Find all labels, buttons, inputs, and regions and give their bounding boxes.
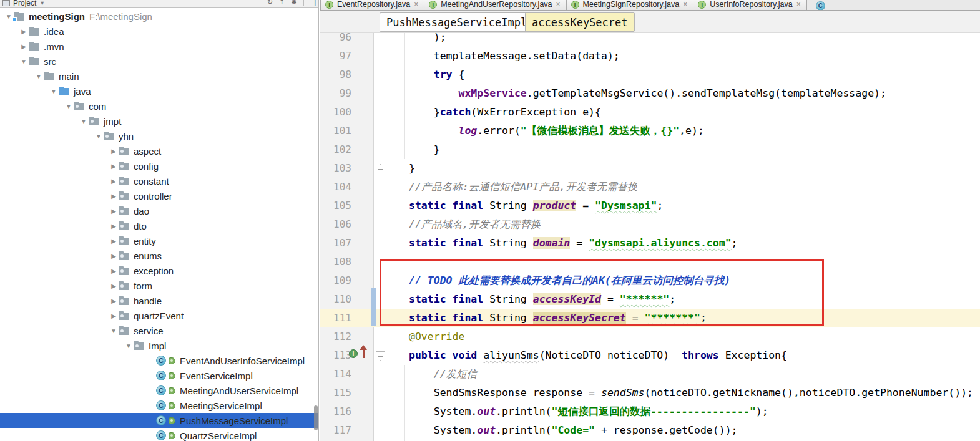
tree-item--mvn[interactable]: ▶.mvn [0, 39, 319, 54]
editor-tab-eventrepository-java[interactable]: IEventRepository.java× [320, 0, 424, 11]
chevron-right-icon[interactable]: ▶ [19, 43, 29, 50]
chevron-right-icon[interactable]: ▶ [109, 223, 119, 230]
code-line-102[interactable]: } [409, 140, 440, 159]
tree-item-eventserviceimpl[interactable]: CEventServiceImpl [0, 368, 319, 383]
dropdown-arrow-icon[interactable]: ▼ [39, 0, 45, 6]
hide-panel-icon[interactable]: ▕ [310, 0, 315, 6]
fold-marker-icon[interactable] [376, 351, 385, 361]
code-line-97[interactable]: templateMessage.setData(data); [409, 47, 620, 65]
chevron-right-icon[interactable]: ▶ [109, 298, 119, 304]
tree-item-com[interactable]: ▼com [0, 99, 319, 114]
tree-item-aspect[interactable]: ▶aspect [0, 143, 319, 158]
tree-item-service[interactable]: ▼service [0, 323, 319, 338]
tree-item-meetingserviceimpl[interactable]: CMeetingServiceImpl [0, 398, 319, 413]
code-line-107[interactable]: static final String domain = "dysmsapi.a… [409, 234, 738, 253]
chevron-down-icon[interactable]: ▼ [64, 103, 74, 110]
vcs-change-marker[interactable] [371, 288, 376, 326]
tree-item-jmpt[interactable]: ▼jmpt [0, 114, 319, 128]
project-panel-title[interactable]: Project [13, 0, 36, 7]
code-line-111[interactable]: static final String accessKeySecret = "*… [409, 309, 707, 327]
editor-tab-meetinganduserrepository-java[interactable]: IMeetingAndUserRepository.java× [424, 0, 566, 11]
tree-item-label: EventAndUserInfoServiceImpl [180, 356, 305, 366]
code-line-100[interactable]: }catch(WxErrorException e){ [409, 103, 601, 122]
tree-item-pushmessageserviceimpl[interactable]: CPushMessageServiceImpl [0, 413, 319, 428]
tree-item-label: EventServiceImpl [180, 371, 253, 381]
tree-item-dao[interactable]: ▶dao [0, 203, 319, 218]
chevron-down-icon[interactable]: ▼ [124, 342, 134, 349]
code-line-104[interactable]: //产品名称:云通信短信API产品,开发者无需替换 [409, 178, 638, 196]
fold-marker-icon[interactable] [376, 164, 385, 173]
code-line-110[interactable]: static final String accessKeyId = "*****… [409, 290, 675, 309]
tree-item-entity[interactable]: ▶entity [0, 233, 319, 248]
code-line-114[interactable]: //发短信 [409, 365, 477, 384]
chevron-down-icon[interactable]: ▼ [19, 58, 29, 65]
code-line-117[interactable]: System.out.println("Code=" + response.ge… [409, 421, 738, 440]
editor-tab-userinforepository-java[interactable]: IUserInfoRepository.java× [693, 0, 806, 11]
chevron-down-icon[interactable]: ▼ [34, 73, 44, 80]
chevron-down-icon[interactable]: ▼ [79, 118, 89, 125]
tree-item-meetinganduserserviceimpl[interactable]: CMeetingAndUserServiceImpl [0, 383, 319, 398]
tree-item-meetingsign[interactable]: ▼meetingSignF:\meetingSign [0, 9, 319, 24]
package-folder-icon [119, 281, 129, 290]
package-folder-icon [119, 177, 129, 185]
tab-close-icon[interactable]: × [683, 0, 687, 9]
search-term-box[interactable]: accessKeySecret [525, 12, 635, 32]
code-line-96[interactable]: ); [409, 28, 446, 47]
chevron-down-icon[interactable]: ▼ [49, 88, 59, 95]
tree-item--idea[interactable]: ▶.idea [0, 24, 319, 39]
chevron-right-icon[interactable]: ▶ [109, 193, 119, 200]
chevron-right-icon[interactable]: ▶ [109, 178, 119, 185]
tree-item-dto[interactable]: ▶dto [0, 218, 319, 233]
tree-item-quartzevent[interactable]: ▶quartzEvent [0, 308, 319, 323]
tree-item-enums[interactable]: ▶enums [0, 248, 319, 263]
tree-item-config[interactable]: ▶config [0, 158, 319, 173]
chevron-right-icon[interactable]: ▶ [109, 268, 119, 274]
editor-tab-bar: IEventRepository.java×IMeetingAndUserRep… [320, 0, 980, 11]
code-line-106[interactable]: //产品域名,开发者无需替换 [409, 215, 541, 234]
tree-item-controller[interactable]: ▶controller [0, 188, 319, 203]
chevron-right-icon[interactable]: ▶ [109, 208, 119, 215]
tree-item-eventanduserinfoserviceimpl[interactable]: CEventAndUserInfoServiceImpl [0, 353, 319, 368]
chevron-right-icon[interactable]: ▶ [109, 163, 119, 170]
chevron-right-icon[interactable]: ▶ [109, 148, 119, 155]
tree-item-yhn[interactable]: ▼yhn [0, 128, 319, 143]
chevron-right-icon[interactable]: ▶ [109, 313, 119, 319]
chevron-right-icon[interactable]: ▶ [19, 28, 29, 35]
class-breadcrumb-box[interactable]: PushMessageServiceImpl [380, 12, 534, 32]
collapse-all-icon[interactable]: ↥ [279, 0, 285, 6]
override-up-arrow-icon[interactable] [360, 345, 367, 359]
tree-item-quartzserviceimpl[interactable]: CQuartzServiceImpl [0, 428, 319, 441]
code-line-113[interactable]: public void aliyunSms(NoticeDTO noticeDT… [409, 346, 787, 365]
tab-close-icon[interactable]: × [414, 0, 418, 9]
tree-item-java[interactable]: ▼java [0, 84, 319, 99]
code-line-99[interactable]: wxMpService.getTemplateMsgService().send… [409, 84, 886, 103]
chevron-right-icon[interactable]: ▶ [109, 238, 119, 245]
tree-item-constant[interactable]: ▶constant [0, 173, 319, 188]
code-line-116[interactable]: System.out.println("短信接口返回的数据-----------… [409, 402, 768, 421]
tree-item-exception[interactable]: ▶exception [0, 263, 319, 278]
chevron-down-icon[interactable]: ▼ [94, 133, 104, 140]
tree-item-impl[interactable]: ▼Impl [0, 338, 319, 353]
implements-method-icon[interactable]: I [349, 349, 358, 358]
editor-tab-meetingsignrepository-java[interactable]: IMeetingSignRepository.java× [567, 0, 694, 11]
code-line-101[interactable]: log.error("【微信模板消息】发送失败，{}",e); [409, 122, 704, 140]
code-line-103[interactable]: } [409, 159, 415, 178]
chevron-down-icon[interactable]: ▼ [109, 327, 119, 334]
tree-item-src[interactable]: ▼src [0, 54, 319, 69]
tab-close-icon[interactable]: × [796, 0, 801, 9]
code-line-115[interactable]: SendSmsResponse response = sendSms(notic… [409, 384, 973, 402]
settings-gear-icon[interactable]: ✱ [291, 0, 296, 6]
tree-item-main[interactable]: ▼main [0, 69, 319, 84]
editor-area[interactable]: IEventRepository.java×IMeetingAndUserRep… [320, 0, 980, 441]
tree-item-handle[interactable]: ▶handle [0, 293, 319, 308]
tree-item-form[interactable]: ▶form [0, 278, 319, 293]
chevron-right-icon[interactable]: ▶ [109, 253, 119, 259]
chevron-right-icon[interactable]: ▶ [109, 283, 119, 289]
project-panel-scrollbar[interactable] [314, 405, 318, 430]
code-line-109[interactable]: // TODO 此处需要替换成开发者自己的AK(在阿里云访问控制台寻找) [409, 271, 730, 290]
code-line-105[interactable]: static final String product = "Dysmsapi"… [409, 196, 663, 215]
code-line-98[interactable]: try { [409, 65, 464, 84]
code-line-112[interactable]: @Override [409, 327, 464, 346]
locate-icon[interactable]: ↻ [267, 0, 273, 6]
tab-close-icon[interactable]: × [556, 0, 561, 9]
